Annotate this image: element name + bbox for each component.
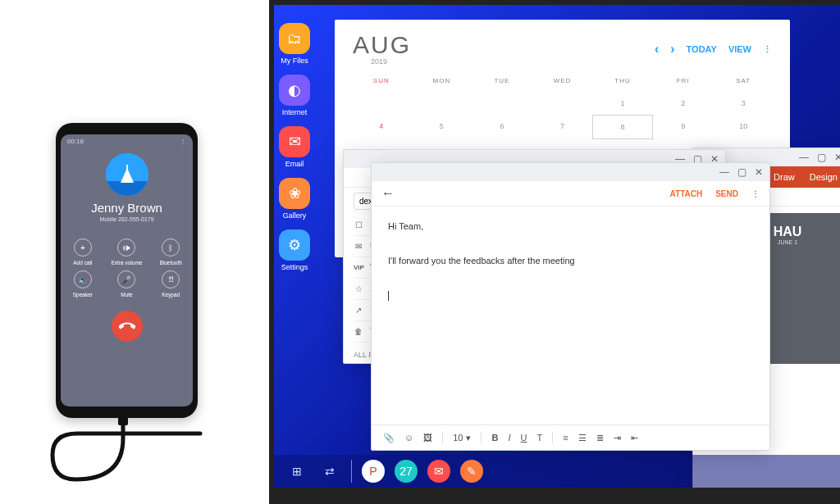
vip-icon: VIP bbox=[354, 264, 363, 271]
inbox-icon: ☐ bbox=[354, 220, 363, 229]
phone-status-bar: 00:18 ⋮ bbox=[61, 134, 193, 145]
text-color-button[interactable]: T bbox=[536, 433, 542, 443]
folder-icon: 🗂 bbox=[279, 23, 310, 54]
calendar-month: AUG bbox=[353, 31, 411, 59]
app-launcher: 🗂My Files ◐Internet ✉Email ❀Gallery ⚙Set… bbox=[279, 23, 310, 271]
bold-button[interactable]: B bbox=[491, 433, 498, 443]
compose-greeting: Hi Team, bbox=[388, 218, 753, 235]
minimize-button[interactable]: — bbox=[719, 166, 729, 178]
svg-rect-1 bbox=[106, 181, 148, 196]
dock-my-files[interactable]: 🗂My Files bbox=[279, 23, 310, 65]
gear-icon: ⚙ bbox=[279, 229, 310, 261]
italic-button[interactable]: I bbox=[508, 433, 510, 443]
tab-design[interactable]: Design bbox=[810, 172, 838, 182]
calendar-cell[interactable]: 4 bbox=[351, 115, 412, 138]
underline-button[interactable]: U bbox=[521, 433, 527, 443]
next-month-button[interactable]: › bbox=[670, 42, 674, 57]
mail-icon: ✉ bbox=[279, 126, 310, 157]
align-left-button[interactable]: ≡ bbox=[563, 433, 568, 443]
calendar-cell[interactable]: 5 bbox=[412, 115, 472, 138]
compose-body[interactable]: Hi Team, I'll forward you the feedbacks … bbox=[372, 207, 769, 315]
mute-button[interactable]: 🎤Mute bbox=[105, 270, 149, 297]
dock-email[interactable]: ✉Email bbox=[279, 126, 310, 168]
divider bbox=[351, 460, 352, 483]
calendar-cell[interactable]: 1 bbox=[592, 92, 653, 115]
calendar-cell[interactable] bbox=[532, 92, 593, 115]
apps-button[interactable]: ⊞ bbox=[285, 460, 308, 483]
more-icon[interactable]: ⋮ bbox=[180, 138, 186, 145]
keypad-icon: ⠿ bbox=[162, 270, 180, 288]
calendar-cell[interactable]: 3 bbox=[713, 92, 774, 115]
list-button[interactable]: ☰ bbox=[578, 433, 587, 443]
maximize-button[interactable]: ▢ bbox=[737, 166, 746, 178]
attachment-icon[interactable]: 📎 bbox=[383, 433, 395, 443]
today-button[interactable]: TODAY bbox=[687, 44, 717, 54]
numbered-list-button[interactable]: ≣ bbox=[596, 433, 604, 443]
calendar-cell[interactable]: 7 bbox=[532, 115, 593, 138]
calendar-cell-today[interactable]: 8 bbox=[592, 115, 653, 139]
call-controls: +Add call 🕪Extra volume ᛒBluetooth 🔈Spea… bbox=[61, 238, 193, 297]
phone-device: 00:18 ⋮ Jenny Brown Mobile 202-555-0179 … bbox=[56, 123, 198, 418]
maximize-button[interactable]: ▢ bbox=[817, 152, 826, 163]
star-icon: ☆ bbox=[354, 284, 363, 293]
slide-title: HAU bbox=[774, 225, 802, 239]
close-button[interactable]: ✕ bbox=[834, 152, 840, 163]
calendar-cell[interactable]: 10 bbox=[713, 115, 774, 138]
close-button[interactable]: ✕ bbox=[755, 166, 763, 178]
font-size-select[interactable]: 10 ▾ bbox=[453, 433, 471, 443]
more-icon[interactable]: ⋮ bbox=[763, 44, 772, 55]
calendar-cell[interactable] bbox=[412, 92, 472, 115]
attach-button[interactable]: ATTACH bbox=[670, 189, 703, 198]
phone-hangup-icon bbox=[119, 318, 135, 334]
compose-toolbar: 📎 ☺ 🖼 10 ▾ B I U T ≡ ☰ ≣ ⇥ ⇤ bbox=[372, 425, 769, 450]
monitor: 🗂My Files ◐Internet ✉Email ❀Gallery ⚙Set… bbox=[269, 0, 840, 504]
svg-rect-4 bbox=[118, 414, 128, 425]
compose-window: — ▢ ✕ ← ATTACH SEND ⋮ Hi Team, I'll forw… bbox=[371, 162, 770, 451]
plus-icon: + bbox=[74, 238, 92, 257]
minimize-button[interactable]: — bbox=[799, 152, 809, 163]
taskbar-mail[interactable]: ✉ bbox=[427, 460, 450, 483]
dock-settings[interactable]: ⚙Settings bbox=[279, 229, 310, 271]
emoji-icon[interactable]: ☺ bbox=[404, 433, 413, 443]
speaker-button[interactable]: 🔈Speaker bbox=[61, 270, 105, 297]
taskbar: ⊞ ⇄ P 27 ✉ ✎ bbox=[274, 455, 840, 488]
back-button[interactable]: ← bbox=[381, 186, 395, 201]
bluetooth-button[interactable]: ᛒBluetooth bbox=[148, 238, 193, 266]
sent-icon: ↗ bbox=[354, 306, 363, 315]
speaker-icon: 🔈 bbox=[74, 270, 92, 288]
extra-volume-button[interactable]: 🕪Extra volume bbox=[105, 238, 149, 266]
calendar-cell[interactable] bbox=[472, 92, 532, 115]
bluetooth-icon: ᛒ bbox=[162, 238, 180, 257]
send-button[interactable]: SEND bbox=[715, 189, 738, 198]
calendar-cell[interactable]: 6 bbox=[472, 115, 532, 138]
prev-month-button[interactable]: ‹ bbox=[655, 42, 659, 57]
calendar-cell[interactable] bbox=[351, 92, 412, 115]
dock-internet[interactable]: ◐Internet bbox=[279, 75, 310, 116]
dock-gallery[interactable]: ❀Gallery bbox=[279, 178, 310, 220]
indent-button[interactable]: ⇥ bbox=[614, 433, 621, 443]
text-cursor bbox=[388, 291, 389, 301]
recents-button[interactable]: ⇄ bbox=[318, 460, 341, 483]
trash-icon: 🗑 bbox=[354, 327, 363, 336]
keypad-button[interactable]: ⠿Keypad bbox=[148, 270, 193, 297]
mail-icon: ✉ bbox=[354, 242, 363, 251]
gallery-icon: ❀ bbox=[279, 178, 310, 209]
taskbar-powerpoint[interactable]: P bbox=[362, 460, 385, 483]
caller-avatar bbox=[106, 153, 148, 196]
taskbar-compose[interactable]: ✎ bbox=[460, 460, 483, 483]
outdent-button[interactable]: ⇤ bbox=[631, 433, 638, 443]
calendar-cell[interactable]: 2 bbox=[653, 92, 714, 115]
add-call-button[interactable]: +Add call bbox=[61, 238, 105, 266]
image-icon[interactable]: 🖼 bbox=[423, 433, 432, 443]
svg-rect-3 bbox=[126, 165, 128, 171]
compose-line: I'll forward you the feedbacks after the… bbox=[388, 252, 753, 270]
tab-draw[interactable]: Draw bbox=[774, 172, 795, 182]
calendar-grid: SUN MON TUE WED THU FRI SAT 1 2 3 4 5 6 … bbox=[335, 69, 790, 139]
more-icon[interactable]: ⋮ bbox=[751, 189, 760, 198]
hangup-button[interactable] bbox=[112, 311, 143, 342]
view-button[interactable]: VIEW bbox=[728, 44, 751, 54]
mute-icon: 🎤 bbox=[117, 270, 135, 288]
taskbar-calendar[interactable]: 27 bbox=[395, 460, 418, 483]
window-titlebar: — ▢ ✕ bbox=[372, 163, 769, 181]
calendar-cell[interactable]: 9 bbox=[653, 115, 714, 138]
